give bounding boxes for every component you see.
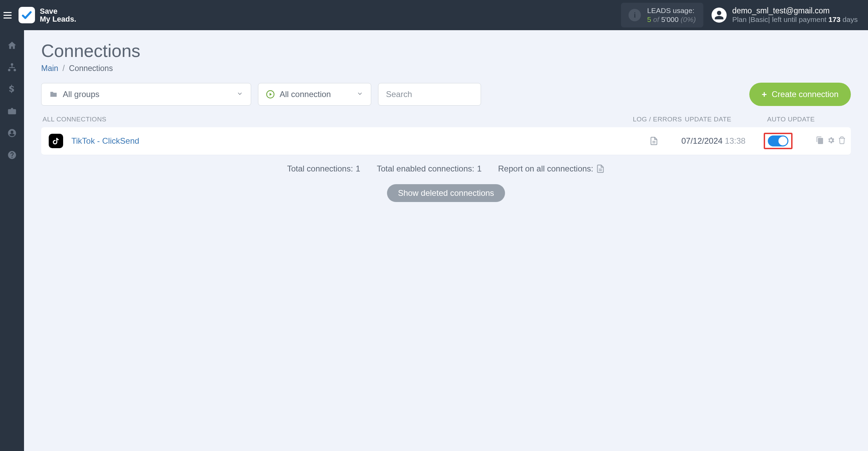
list-header: ALL CONNECTIONS LOG / ERRORS UPDATE DATE…: [41, 113, 851, 127]
auto-update-toggle[interactable]: [768, 135, 788, 146]
svg-marker-1: [270, 93, 272, 96]
chevron-down-icon: [356, 90, 363, 99]
status-filter-label: All connection: [280, 90, 331, 99]
breadcrumb-separator: /: [62, 64, 64, 73]
summary-total-label: Total connections:: [287, 164, 353, 174]
row-date-cell: 07/12/2024 13:38: [681, 136, 757, 146]
info-icon: i: [629, 9, 641, 21]
breadcrumb-main-link[interactable]: Main: [41, 64, 58, 73]
play-circle-icon: [266, 90, 275, 99]
auto-update-highlight: [764, 133, 793, 149]
user-plan-line: Plan |Basic| left until payment 173 days: [732, 15, 858, 24]
app-name-l1: Save: [40, 7, 76, 15]
leads-total: 5'000: [661, 15, 679, 23]
document-icon: [649, 136, 658, 146]
summary-report-label: Report on all connections:: [498, 164, 594, 174]
row-log-cell[interactable]: [626, 136, 681, 146]
app-name: Save My Leads.: [40, 7, 76, 23]
sidebar-item-connections[interactable]: [5, 60, 19, 74]
delete-button[interactable]: [838, 136, 846, 146]
leads-pct: (0%): [681, 15, 696, 23]
groups-filter-select[interactable]: All groups: [41, 83, 251, 106]
folder-icon: [49, 91, 58, 98]
document-icon[interactable]: [596, 164, 605, 174]
menu-toggle-button[interactable]: [3, 10, 14, 21]
col-log-header: LOG / ERRORS: [630, 116, 685, 123]
row-time-value: 13:38: [725, 136, 746, 145]
main-content: Connections Main / Connections All group…: [24, 30, 868, 451]
search-input[interactable]: [386, 90, 473, 99]
leads-usage-label: LEADS usage:: [647, 6, 696, 15]
sidebar: [0, 30, 24, 451]
plan-name: Basic: [750, 15, 768, 23]
user-menu[interactable]: demo_sml_test@gmail.com Plan |Basic| lef…: [712, 7, 858, 23]
leads-used: 5: [647, 15, 651, 23]
tiktok-icon: [49, 134, 63, 148]
show-deleted-label: Show deleted connections: [398, 188, 494, 198]
create-connection-button[interactable]: + Create connection: [749, 83, 851, 106]
sidebar-item-billing[interactable]: [5, 82, 19, 96]
connection-row: TikTok - ClickSend 07/12/2024 13:38: [41, 127, 851, 155]
status-filter-select[interactable]: All connection: [258, 83, 371, 106]
col-date-header: UPDATE DATE: [685, 116, 760, 123]
col-auto-header: AUTO UPDATE: [760, 116, 849, 123]
connection-name-link[interactable]: TikTok - ClickSend: [71, 136, 626, 146]
plan-days-num: 173: [829, 15, 841, 23]
create-connection-label: Create connection: [772, 90, 838, 99]
sidebar-item-toolbox[interactable]: [5, 104, 19, 118]
show-deleted-button[interactable]: Show deleted connections: [387, 184, 505, 202]
plan-prefix: Plan: [732, 15, 747, 23]
chevron-down-icon: [236, 90, 243, 99]
summary-total-value: 1: [356, 164, 360, 174]
topbar: Save My Leads. i LEADS usage: 5 of 5'000…: [0, 0, 868, 30]
app-logo[interactable]: [19, 7, 35, 23]
sidebar-item-help[interactable]: [5, 148, 19, 162]
row-date-value: 07/12/2024: [681, 136, 723, 145]
summary-bar: Total connections: 1 Total enabled conne…: [41, 164, 851, 174]
summary-enabled-value: 1: [477, 164, 481, 174]
leads-usage-widget[interactable]: i LEADS usage: 5 of 5'000 (0%): [621, 3, 703, 28]
groups-filter-label: All groups: [63, 90, 99, 99]
plus-icon: +: [762, 89, 767, 100]
sidebar-item-home[interactable]: [5, 38, 19, 52]
col-name-header: ALL CONNECTIONS: [43, 116, 630, 123]
sidebar-item-account[interactable]: [5, 126, 19, 140]
search-box[interactable]: [378, 83, 481, 106]
plan-until: left until payment: [772, 15, 826, 23]
leads-of: of: [653, 15, 659, 23]
plan-days-word: days: [843, 15, 858, 23]
leads-usage-values: 5 of 5'000 (0%): [647, 15, 696, 24]
page-title: Connections: [41, 40, 851, 61]
breadcrumb-current: Connections: [69, 64, 113, 73]
user-email: demo_sml_test@gmail.com: [732, 7, 858, 15]
settings-button[interactable]: [827, 136, 835, 146]
summary-enabled-label: Total enabled connections:: [377, 164, 474, 174]
app-name-l2: My Leads.: [40, 15, 76, 23]
copy-button[interactable]: [816, 136, 824, 146]
breadcrumb: Main / Connections: [41, 64, 851, 73]
avatar-icon: [712, 8, 727, 23]
